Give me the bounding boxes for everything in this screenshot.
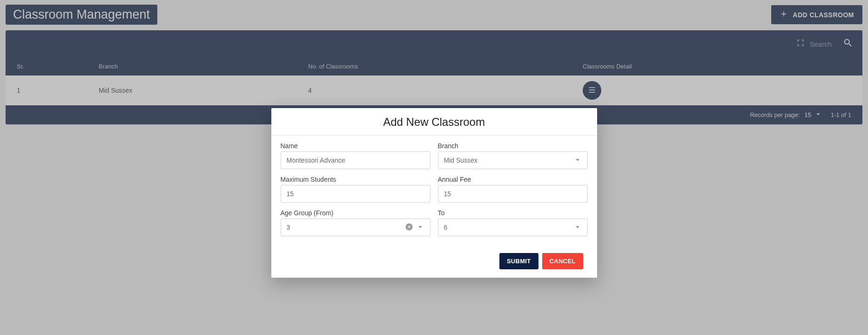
modal-title: Add New Classroom (271, 108, 597, 136)
annual-fee-input[interactable] (438, 185, 588, 203)
chevron-down-icon (573, 156, 582, 165)
submit-button[interactable]: SUBMIT (499, 253, 538, 269)
chevron-down-icon (416, 223, 424, 232)
cancel-button[interactable]: CANCEL (542, 253, 583, 269)
max-students-input[interactable] (281, 185, 431, 203)
branch-value: Mid Sussex (444, 157, 478, 164)
age-from-select[interactable]: 3 (281, 219, 431, 236)
annual-fee-label: Annual Fee (438, 176, 588, 183)
age-to-select[interactable]: 6 (438, 219, 588, 236)
age-from-label: Age Group (From) (281, 209, 431, 217)
name-input[interactable] (281, 151, 431, 169)
age-to-value: 6 (444, 224, 448, 231)
max-students-label: Maximum Students (281, 176, 431, 183)
name-label: Name (281, 142, 431, 150)
age-from-value: 3 (287, 224, 290, 231)
clear-icon[interactable] (405, 223, 413, 232)
branch-label: Branch (438, 142, 588, 150)
branch-select[interactable]: Mid Sussex (438, 151, 588, 169)
modal-overlay[interactable]: Add New Classroom Name Branch Mid Sussex (0, 0, 868, 335)
age-to-label: To (438, 209, 588, 217)
chevron-down-icon (573, 223, 582, 232)
add-classroom-modal: Add New Classroom Name Branch Mid Sussex (271, 108, 597, 278)
